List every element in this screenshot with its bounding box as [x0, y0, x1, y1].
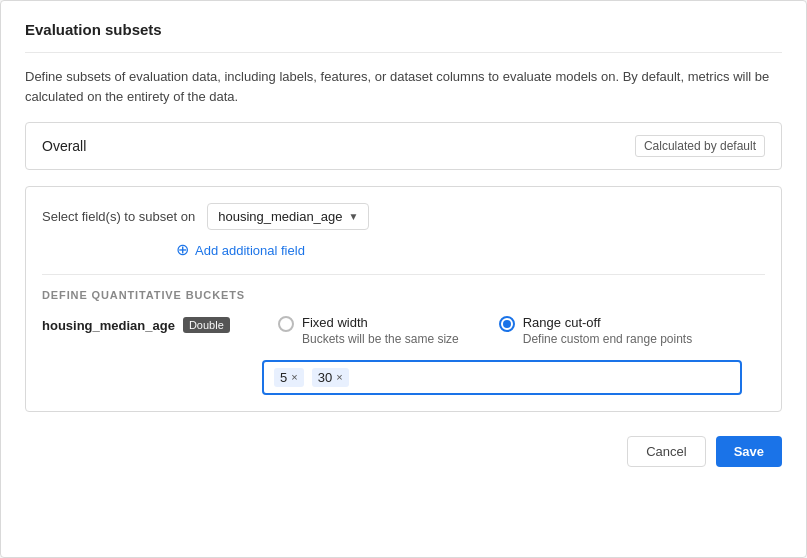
field-dropdown[interactable]: housing_median_age ▼ — [207, 203, 369, 230]
fixed-width-text: Fixed width Buckets will be the same siz… — [302, 315, 459, 346]
add-field-label: Add additional field — [195, 243, 305, 258]
section-divider — [42, 274, 765, 275]
range-cutoff-desc: Define custom end range points — [523, 332, 692, 346]
range-cutoff-radio[interactable] — [499, 316, 515, 332]
radio-options: Fixed width Buckets will be the same siz… — [278, 315, 692, 346]
chevron-down-icon: ▼ — [349, 211, 359, 222]
panel-title: Evaluation subsets — [25, 21, 782, 53]
fixed-width-label: Fixed width — [302, 315, 459, 330]
overall-label: Overall — [42, 138, 86, 154]
tags-input-wrapper: 5 × 30 × — [262, 360, 765, 395]
tags-input-container[interactable]: 5 × 30 × — [262, 360, 742, 395]
selected-field-value: housing_median_age — [218, 209, 342, 224]
field-type-badge: Double — [183, 317, 230, 333]
tag-30: 30 × — [312, 368, 349, 387]
tag-30-remove[interactable]: × — [336, 372, 342, 383]
panel-description: Define subsets of evaluation data, inclu… — [25, 67, 782, 106]
tag-5-value: 5 — [280, 370, 287, 385]
footer-buttons: Cancel Save — [25, 436, 782, 467]
field-selector-label: Select field(s) to subset on — [42, 209, 195, 224]
fixed-width-option[interactable]: Fixed width Buckets will be the same siz… — [278, 315, 459, 346]
tag-5: 5 × — [274, 368, 304, 387]
field-name-block: housing_median_age Double — [42, 315, 262, 333]
range-cutoff-label: Range cut-off — [523, 315, 692, 330]
cancel-button[interactable]: Cancel — [627, 436, 705, 467]
fixed-width-radio[interactable] — [278, 316, 294, 332]
overall-row: Overall Calculated by default — [25, 122, 782, 170]
add-field-row[interactable]: ⊕ Add additional field — [176, 242, 765, 258]
range-cutoff-option[interactable]: Range cut-off Define custom end range po… — [499, 315, 692, 346]
bucket-config-row: housing_median_age Double Fixed width Bu… — [42, 315, 765, 346]
tag-5-remove[interactable]: × — [291, 372, 297, 383]
fixed-width-desc: Buckets will be the same size — [302, 332, 459, 346]
tags-text-input[interactable] — [357, 370, 730, 385]
tag-30-value: 30 — [318, 370, 332, 385]
field-selector-row: Select field(s) to subset on housing_med… — [42, 203, 765, 230]
radio-selected-dot — [503, 320, 511, 328]
range-cutoff-text: Range cut-off Define custom end range po… — [523, 315, 692, 346]
calculated-badge: Calculated by default — [635, 135, 765, 157]
evaluation-subsets-panel: Evaluation subsets Define subsets of eva… — [0, 0, 807, 558]
field-name: housing_median_age — [42, 318, 175, 333]
save-button[interactable]: Save — [716, 436, 782, 467]
add-circle-icon: ⊕ — [176, 242, 189, 258]
quantitative-section-header: DEFINE QUANTITATIVE BUCKETS — [42, 289, 765, 301]
subset-section: Select field(s) to subset on housing_med… — [25, 186, 782, 412]
